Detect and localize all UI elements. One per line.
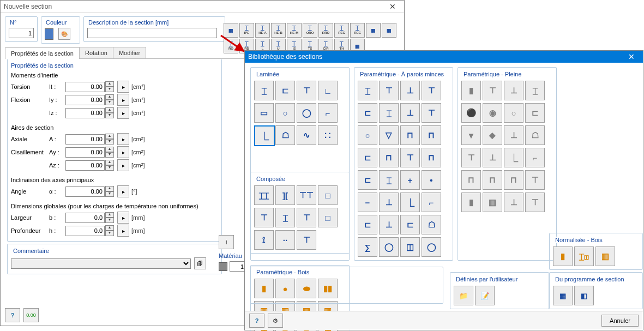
section-number-input[interactable]: [9, 28, 34, 38]
g-minces-cell-18[interactable]: +: [400, 170, 420, 190]
g-pleine-cell-2[interactable]: ⊥: [504, 81, 523, 100]
g-normbois-cell-0[interactable]: ▮: [553, 246, 573, 266]
az-input[interactable]: [65, 160, 105, 171]
g-laminee-cell-5[interactable]: ○: [275, 103, 295, 123]
g-minces-cell-11[interactable]: ⊓: [422, 125, 441, 145]
g-minces-cell-9[interactable]: ▽: [379, 125, 399, 145]
toolbar-btn-6[interactable]: ⌶RRO: [318, 23, 333, 38]
g-pleine-cell-18[interactable]: ⊓: [504, 170, 523, 190]
g-minces-cell-0[interactable]: ⌶: [358, 81, 377, 100]
toolbar-btn-7[interactable]: ⌶REC: [334, 23, 349, 38]
g-minces-cell-19[interactable]: •: [422, 170, 441, 190]
lib-help-button[interactable]: ?: [249, 314, 264, 328]
g-laminee-cell-0[interactable]: ⌶: [254, 81, 274, 100]
g-pleine-cell-5[interactable]: ◉: [483, 103, 502, 123]
g-pleine-cell-19[interactable]: ⊤: [525, 170, 545, 190]
g-pleine-cell-22[interactable]: ⊥: [504, 192, 523, 212]
g-pleine-cell-23[interactable]: ⊤: [525, 192, 545, 212]
g-composee-cell-0[interactable]: ⌶⌶: [254, 185, 274, 205]
toolbar-btn-10[interactable]: ▦: [382, 23, 396, 38]
g-minces-cell-25[interactable]: ⊥: [379, 215, 399, 234]
cancel-button[interactable]: Annuler: [601, 315, 639, 327]
g-pleine-cell-10[interactable]: ⊥: [504, 125, 523, 145]
comment-select[interactable]: [11, 258, 191, 269]
g-minces-cell-16[interactable]: ⊏: [358, 170, 377, 190]
toolbar-btn-2[interactable]: ⌶HE-A: [255, 23, 270, 38]
g-pleine-cell-1[interactable]: ⊤: [483, 81, 502, 100]
g-composee-cell-1[interactable]: ][: [275, 185, 295, 205]
g-minces-cell-17[interactable]: ⌶: [379, 170, 399, 190]
g-minces-cell-29[interactable]: ◯: [379, 237, 399, 257]
g-laminee-cell-1[interactable]: ⊏: [275, 81, 295, 100]
g-minces-cell-12[interactable]: ⊏: [358, 148, 377, 167]
it-input[interactable]: [65, 82, 105, 92]
g-minces-cell-22[interactable]: ⎿: [400, 192, 420, 212]
g-minces-cell-3[interactable]: ⊤: [422, 81, 441, 100]
toolbar-btn-9[interactable]: ▦: [366, 23, 381, 38]
g-laminee-cell-7[interactable]: ⌐: [318, 103, 338, 123]
g-composee-cell-9[interactable]: ··: [275, 230, 295, 250]
color-swatch[interactable]: [45, 28, 53, 40]
g-pleine-cell-8[interactable]: ▼: [461, 125, 481, 145]
g-minces-cell-13[interactable]: ⊓: [379, 148, 399, 167]
help-button[interactable]: ?: [5, 308, 20, 322]
info-button[interactable]: i: [219, 235, 234, 249]
toolbar-btn-4[interactable]: ⌶HE-M: [287, 23, 302, 38]
g-minces-cell-15[interactable]: ⊓: [422, 148, 441, 167]
b-input[interactable]: [65, 213, 105, 223]
g-pleine-cell-17[interactable]: ⊓: [483, 170, 502, 190]
g-composee-cell-8[interactable]: ⟟: [254, 230, 274, 250]
material-num[interactable]: [230, 261, 246, 272]
comment-lib-button[interactable]: 🗐: [194, 257, 206, 269]
alpha-input[interactable]: [65, 186, 105, 197]
toolbar-btn-1[interactable]: ⌶IPE: [239, 23, 254, 38]
g-laminee-cell-4[interactable]: ▭: [254, 103, 274, 123]
g-composee-cell-3[interactable]: □: [318, 185, 338, 205]
g-minces-cell-31[interactable]: ◯: [422, 237, 441, 257]
lib-settings-button[interactable]: ⚙: [268, 314, 283, 328]
close-icon[interactable]: ✕: [384, 1, 401, 13]
g-normbois-cell-1[interactable]: ⌶◫: [574, 246, 594, 266]
g-prog-cell-0[interactable]: ▦: [553, 286, 573, 305]
g-minces-cell-10[interactable]: ⊓: [400, 125, 420, 145]
g-minces-cell-5[interactable]: ⌶: [379, 103, 399, 123]
g-composee-cell-6[interactable]: ⊤: [297, 208, 316, 227]
g-composee-cell-10[interactable]: ⊤: [297, 230, 316, 250]
g-minces-cell-7[interactable]: ⊤: [422, 103, 441, 123]
g-pleine-cell-4[interactable]: ⚫: [461, 103, 481, 123]
g-laminee-cell-3[interactable]: ∟: [318, 81, 338, 100]
spin-up-icon[interactable]: ▲: [105, 81, 114, 87]
g-pleine-cell-7[interactable]: ⊏: [525, 103, 545, 123]
g-minces-cell-1[interactable]: ⊤: [379, 81, 399, 100]
lib-close-icon[interactable]: ✕: [623, 51, 640, 63]
g-composee-cell-4[interactable]: ⊤: [254, 208, 274, 227]
g-minces-cell-27[interactable]: ☖: [422, 215, 441, 234]
g-pleine-cell-21[interactable]: ▥: [483, 192, 502, 212]
g-minces-cell-8[interactable]: ○: [358, 125, 377, 145]
g-composee-cell-7[interactable]: □: [318, 208, 338, 227]
g-composee-cell-2[interactable]: ⊤⊤: [297, 185, 316, 205]
g-pleine-cell-3[interactable]: ⌶: [525, 81, 545, 100]
description-input[interactable]: [87, 28, 217, 38]
toolbar-btn-8[interactable]: ⌶REC: [350, 23, 365, 38]
g-minces-cell-24[interactable]: ⊏: [358, 215, 377, 234]
g-pleine-cell-16[interactable]: ⊓: [461, 170, 481, 190]
g-pleine-cell-13[interactable]: ⊥: [483, 148, 502, 167]
g-pleine-cell-6[interactable]: ○: [504, 103, 523, 123]
g-minces-cell-14[interactable]: ⊤: [400, 148, 420, 167]
g-minces-cell-4[interactable]: ⊏: [358, 103, 377, 123]
color-picker-button[interactable]: 🎨: [58, 28, 70, 40]
tab-properties[interactable]: Propriétés de la section: [5, 47, 80, 59]
g-minces-cell-30[interactable]: ◫: [400, 237, 420, 257]
g-user-cell-0[interactable]: 📁: [454, 286, 473, 305]
g-laminee-cell-11[interactable]: ⸬: [318, 125, 338, 145]
toolbar-btn-11[interactable]: ⌶RO: [224, 39, 238, 53]
g-pleine-cell-12[interactable]: ⊤: [461, 148, 481, 167]
g-minces-cell-28[interactable]: ∑: [358, 237, 377, 257]
ay-input[interactable]: [65, 147, 105, 158]
g-pleine-cell-9[interactable]: ◆: [483, 125, 502, 145]
g-minces-cell-2[interactable]: ⊥: [400, 81, 420, 100]
units-button[interactable]: 0.00: [23, 308, 39, 322]
g-laminee-cell-8[interactable]: ⎿: [254, 125, 275, 146]
g-pleine-cell-20[interactable]: ▮: [461, 192, 481, 212]
